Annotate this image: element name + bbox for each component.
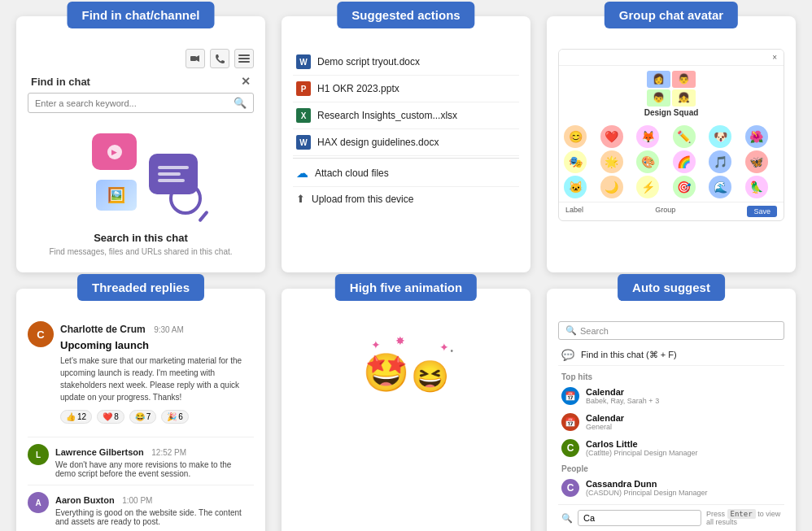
group-chat-titlebar: × (559, 50, 784, 66)
suggested-actions-label: Suggested actions (337, 2, 474, 28)
upload-icon: ⬆ (296, 193, 305, 205)
avatar[interactable]: ✏️ (673, 125, 696, 148)
avatar[interactable]: 🎵 (709, 150, 731, 173)
high-five-emoji-1: 🤩 (363, 350, 409, 394)
reaction-chip[interactable]: ❤️ 8 (97, 410, 124, 424)
thread-reply: L Lawrence Gilbertson 12:52 PM We don't … (28, 437, 254, 478)
find-in-chat-header: Find in chat ✕ (28, 75, 254, 88)
avatar[interactable]: 🌈 (673, 150, 696, 173)
message-body: Let's make sure that our marketing mater… (60, 355, 254, 403)
suggest-search-input[interactable] (580, 326, 777, 336)
sparkle-icon: • (450, 346, 453, 355)
threaded-replies-label: Threaded replies (77, 274, 204, 301)
sparkle-icon: ✸ (395, 334, 405, 347)
suggest-search-box[interactable]: 🔍 (558, 321, 784, 340)
sparkle-icon: ✦ (439, 341, 449, 354)
phone-btn[interactable] (210, 49, 229, 68)
reaction-chip[interactable]: 👍 12 (60, 410, 92, 424)
list-item[interactable]: W Demo script tryout.docx (293, 49, 519, 76)
group-chat-avatar-label: Group chat avatar (605, 2, 738, 28)
emoji-container: ✦ ✸ ✦ • 🤩 😆 (355, 334, 457, 403)
list-item[interactable]: W HAX design guidelines.docx (293, 129, 519, 156)
svg-rect-3 (238, 58, 250, 59)
avatar[interactable]: 🐱 (564, 176, 587, 198)
find-in-chat-card: Find in chat/channel Find in chat ✕ 🔍 (16, 16, 265, 272)
save-btn[interactable]: Save (747, 206, 777, 217)
avatar[interactable]: 🦜 (745, 176, 768, 198)
message-time: 9:30 AM (154, 325, 184, 334)
reaction-chip[interactable]: 😂 7 (129, 410, 157, 424)
avatar[interactable]: ⚡ (636, 176, 659, 198)
avatar[interactable]: 🌟 (600, 150, 623, 173)
auto-suggest-label: Auto suggest (618, 274, 725, 301)
high-five-card: High five animation ✦ ✸ ✦ • 🤩 😆 (282, 289, 530, 531)
list-item[interactable]: P H1 OKR 2023.pptx (293, 76, 519, 102)
find-search-box[interactable]: 🔍 (28, 93, 254, 113)
find-search-input[interactable] (35, 98, 234, 108)
ppt-icon: P (296, 81, 311, 96)
person-avatar: C (561, 479, 579, 497)
attach-cloud-item[interactable]: ☁ Attach cloud files (293, 160, 519, 187)
avatar[interactable]: 🌊 (709, 176, 731, 198)
high-five-label: High five animation (335, 274, 477, 301)
thread-reply: A Aaron Buxton 1:00 PM Everything is goo… (28, 485, 254, 526)
group-chat-name: Design Squad (559, 108, 784, 117)
group-chat-avatar-grid: 😊 ❤️ 🦊 ✏️ 🐶 🌺 🎭 🌟 🎨 🌈 🎵 🦋 🐱 🌙 ⚡ 🎯 (559, 122, 784, 202)
calendar-icon: 📅 (561, 387, 579, 405)
search-icon: 🔍 (561, 513, 573, 524)
list-item[interactable]: 📅 Calendar Babek, Ray, Sarah + 3 (558, 383, 784, 409)
suggested-list: W Demo script tryout.docx P H1 OKR 2023.… (293, 49, 519, 211)
svg-rect-0 (190, 56, 196, 61)
svg-rect-2 (238, 54, 250, 56)
group-chat-footer: Label Group Save (559, 202, 784, 220)
message-title: Upcoming launch (60, 339, 254, 351)
search-icon: 🔍 (565, 325, 577, 336)
avatar: A (28, 492, 49, 513)
person-avatar: C (561, 439, 579, 457)
more-btn[interactable] (234, 49, 254, 68)
suggest-query-input[interactable] (578, 510, 701, 526)
avatar[interactable]: 🎯 (673, 176, 696, 198)
find-illustration: ▶ 🖼️ (28, 121, 254, 227)
avatar[interactable]: 🎨 (636, 150, 659, 173)
word-icon: W (296, 54, 311, 69)
reaction-chip[interactable]: 🎉 6 (161, 410, 189, 424)
close-icon[interactable]: × (772, 53, 777, 62)
avatar[interactable]: 🐶 (709, 125, 731, 148)
group-btn[interactable]: Group (655, 206, 675, 217)
list-item[interactable]: C Cassandra Dunn (CASDUN) Principal Desi… (558, 475, 784, 501)
svg-marker-1 (196, 55, 199, 62)
find-in-chat-label: Find in chat/channel (67, 2, 214, 28)
top-hits-label: Top hits (558, 369, 784, 383)
reaction-bar: 👍 12 ❤️ 8 😂 7 🎉 6 (60, 410, 254, 424)
sparkle-icon: ✦ (371, 338, 381, 351)
search-icon: 🔍 (234, 97, 247, 109)
people-label: People (558, 461, 784, 475)
auto-suggest-card: Auto suggest 🔍 💬 Find in this chat (⌘ + … (547, 289, 796, 531)
close-icon[interactable]: ✕ (241, 75, 251, 88)
threaded-replies-card: Threaded replies C Charlotte de Crum 9:3… (16, 289, 265, 531)
avatar[interactable]: 🦋 (745, 150, 768, 173)
label-btn[interactable]: Label (565, 206, 583, 217)
cloud-icon: ☁ (296, 166, 308, 181)
user-name: Charlotte de Crum (60, 324, 146, 335)
svg-rect-4 (238, 61, 250, 63)
avatar[interactable]: 🎭 (564, 150, 587, 173)
find-desc: Search in this chat Find messages, files… (28, 227, 254, 261)
avatar[interactable]: 🌺 (745, 125, 768, 148)
avatar[interactable]: 😊 (564, 125, 587, 148)
upload-device-item[interactable]: ⬆ Upload from this device (293, 187, 519, 211)
video-call-btn[interactable] (186, 49, 205, 68)
avatar[interactable]: 🦊 (636, 125, 659, 148)
group-chat-avatar-card: Group chat avatar × 👩 👨 👦 👧 Design Squad (547, 16, 796, 272)
avatar[interactable]: ❤️ (600, 125, 623, 148)
find-in-chat-item[interactable]: 💬 Find in this chat (⌘ + F) (558, 345, 784, 366)
list-item[interactable]: 📅 Calendar General (558, 409, 784, 435)
suggested-actions-card: Suggested actions W Demo script tryout.d… (282, 16, 530, 272)
avatar: L (28, 444, 49, 465)
list-item[interactable]: C Carlos Little (Catltte) Principal Desi… (558, 435, 784, 461)
word-icon-2: W (296, 135, 311, 150)
avatar[interactable]: 🌙 (600, 176, 623, 198)
group-chat-window: × 👩 👨 👦 👧 Design Squad 😊 ❤️ 🦊 ✏ (558, 49, 784, 221)
list-item[interactable]: X Research Insights_custom...xlsx (293, 102, 519, 129)
